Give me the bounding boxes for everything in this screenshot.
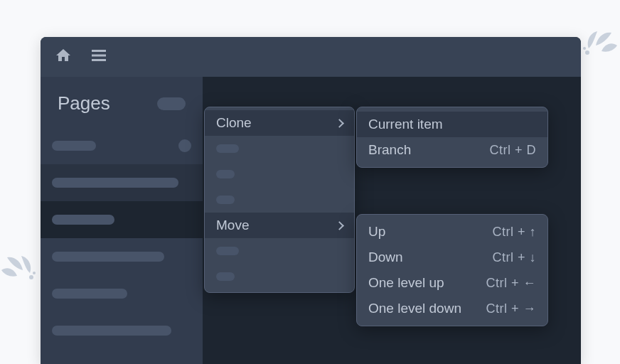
sidebar-badge [157,97,186,110]
sidebar-item[interactable] [41,238,203,275]
keyboard-shortcut: Ctrl + D [489,143,536,158]
move-submenu: UpCtrl + ↑DownCtrl + ↓One level upCtrl +… [356,214,548,326]
submenu-item-label: One level up [368,275,444,291]
app-header [41,37,581,77]
svg-point-0 [585,50,589,55]
svg-rect-5 [92,55,106,57]
svg-point-2 [29,275,33,279]
menu-item-placeholder[interactable] [205,238,354,264]
svg-point-3 [33,272,36,274]
sidebar-item-label [52,215,114,225]
main-area: CloneMove Current itemBranchCtrl + D UpC… [203,77,581,364]
keyboard-shortcut: Ctrl + ↓ [492,250,536,265]
sidebar-item-label [52,141,96,151]
submenu-item-label: Up [368,224,385,240]
menu-item-label [216,144,239,153]
svg-rect-6 [92,59,106,61]
keyboard-shortcut: Ctrl + → [486,301,536,316]
submenu-item[interactable]: One level upCtrl + ← [357,270,547,296]
submenu-item[interactable]: One level downCtrl + → [357,296,547,321]
sidebar-header: Pages [41,92,203,127]
sidebar-item-label [52,326,171,336]
sidebar-list [41,127,203,349]
chevron-right-icon [335,221,344,230]
submenu-item-label: Down [368,250,403,265]
submenu-item[interactable]: Current item [357,112,547,137]
svg-point-1 [583,47,586,50]
submenu-item[interactable]: BranchCtrl + D [357,137,547,163]
svg-rect-4 [92,50,106,52]
sidebar-item[interactable] [41,275,203,312]
sidebar-item-label [52,289,127,299]
menu-item-placeholder[interactable] [205,187,354,213]
menu-item-label [216,170,235,178]
submenu-item[interactable]: DownCtrl + ↓ [357,245,547,270]
submenu-item-label: Current item [368,117,443,132]
keyboard-shortcut: Ctrl + ← [486,276,536,291]
menu-item[interactable]: Move [205,213,354,238]
keyboard-shortcut: Ctrl + ↑ [492,225,536,240]
submenu-item[interactable]: UpCtrl + ↑ [357,219,547,245]
menu-icon[interactable] [90,47,107,67]
menu-item-label: Clone [216,115,252,131]
menu-item-placeholder[interactable] [205,264,354,289]
menu-item-placeholder[interactable] [205,161,354,187]
sidebar-item[interactable] [41,312,203,349]
sidebar-item-label [52,178,178,188]
sidebar-item[interactable] [41,201,203,238]
menu-item-label: Move [216,218,249,233]
context-menu: CloneMove [204,107,355,293]
menu-item-label [216,272,235,281]
home-icon[interactable] [55,47,72,67]
decoration-leaf-icon [577,17,620,63]
menu-item-placeholder[interactable] [205,136,354,161]
sidebar: Pages [41,77,203,364]
clone-submenu: Current itemBranchCtrl + D [356,107,548,168]
sidebar-item[interactable] [41,127,203,164]
sidebar-title: Pages [58,92,110,114]
sidebar-item-indicator [178,139,191,152]
submenu-item-label: Branch [368,142,411,158]
sidebar-item-label [52,252,164,262]
decoration-leaf-icon [0,242,41,287]
chevron-right-icon [335,119,344,128]
sidebar-item[interactable] [41,164,203,201]
menu-item[interactable]: Clone [205,110,354,136]
app-window: Pages CloneMove Current itemBranchCtrl +… [41,37,581,364]
submenu-item-label: One level down [368,301,461,316]
menu-item-label [216,196,235,204]
menu-item-label [216,247,239,255]
